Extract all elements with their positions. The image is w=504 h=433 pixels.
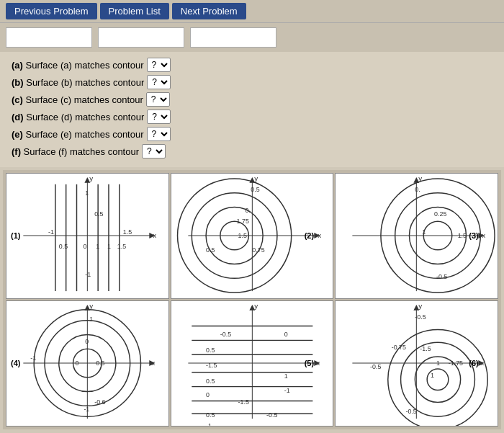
question-b-select[interactable]: ?123456	[147, 75, 171, 89]
svg-text:1.5: 1.5	[238, 232, 246, 239]
svg-text:y: y	[254, 174, 258, 182]
question-e-label: (e) Surface (e) matches contour	[12, 129, 144, 140]
svg-text:0.: 0.	[245, 207, 250, 214]
svg-text:0: 0	[284, 331, 287, 338]
question-a-select[interactable]: ?123456	[147, 58, 171, 72]
question-c-select[interactable]: ?123456	[146, 92, 170, 107]
svg-text:-1: -1	[206, 422, 212, 426]
svg-text:0: 0	[206, 391, 210, 398]
svg-text:0.5: 0.5	[59, 243, 68, 250]
svg-text:0.5: 0.5	[94, 210, 103, 218]
svg-text:1.75: 1.75	[236, 218, 248, 225]
svg-text:x: x	[482, 231, 486, 239]
svg-text:0.25: 0.25	[434, 210, 446, 218]
svg-text:1: 1	[89, 316, 93, 323]
svg-text:x: x	[151, 359, 155, 367]
svg-text:1: 1	[284, 372, 287, 380]
svg-text:y: y	[419, 302, 423, 310]
svg-text:-1: -1	[284, 387, 289, 394]
svg-text:1: 1	[107, 243, 111, 250]
svg-text:1: 1	[96, 243, 99, 250]
problem-list-button[interactable]: Problem List	[100, 3, 169, 19]
graph-6: y x -0.5 -0.75 -1.5 1 -1.75 1 -0.5 -0.5 …	[335, 300, 498, 427]
question-row-f: (f) Surface (f) matches contour ?123456	[12, 144, 492, 159]
svg-point-101	[401, 342, 475, 416]
svg-text:0.5: 0.5	[206, 378, 215, 385]
prev-problem-button[interactable]: Previous Problem	[6, 3, 97, 19]
graph-1-label: (1)	[11, 231, 20, 240]
svg-text:0.5: 0.5	[251, 186, 259, 193]
svg-text:-1: -1	[30, 354, 36, 362]
svg-text:-1: -1	[84, 406, 89, 413]
svg-text:-0.5: -0.5	[406, 408, 417, 415]
svg-text:x: x	[481, 359, 485, 367]
svg-text:x: x	[318, 231, 321, 239]
svg-text:x: x	[316, 359, 320, 367]
question-row-a: (a) Surface (a) matches contour ?123456	[12, 58, 492, 72]
question-a-label: (a) Surface (a) matches contour	[12, 60, 144, 71]
svg-text:-1.75: -1.75	[449, 360, 463, 367]
graph-4: y x 1 0 0 0.5 -1 -1 -0.6 (4)	[6, 300, 169, 427]
svg-text:1.5: 1.5	[123, 228, 132, 236]
svg-text:0.5: 0.5	[206, 246, 215, 254]
nav-bar: Previous Problem Problem List Next Probl…	[0, 0, 504, 23]
svg-text:y: y	[89, 174, 93, 182]
graph-5: y x -0.5 0 0.5 -1.5 0.5 0 -1.5 -1 1 -0.5…	[171, 300, 334, 427]
question-c-label: (c) Surface (c) matches contour	[12, 94, 143, 105]
svg-text:y: y	[254, 302, 258, 310]
svg-text:1: 1	[85, 189, 89, 197]
svg-text:y: y	[89, 302, 93, 310]
svg-text:-0.75: -0.75	[392, 344, 406, 351]
svg-text:0: 0	[76, 360, 79, 367]
svg-text:-1: -1	[85, 271, 91, 278]
svg-text:-1: -1	[48, 228, 54, 236]
graphs-container: y x 1 -1 1.5 -1 0.5 0 0.5 1 1 1.5 (1) y	[3, 170, 501, 429]
svg-text:1: 1	[431, 372, 434, 379]
graph-2: y x 0.5 0. 1.75 1.5 0.5 0.75 (2)	[171, 173, 334, 299]
svg-text:0.5: 0.5	[206, 411, 215, 419]
question-row-d: (d) Surface (d) matches contour ?123456	[12, 110, 492, 124]
svg-text:-1.5: -1.5	[206, 362, 217, 369]
svg-text:1: 1	[423, 228, 426, 236]
input-box-2[interactable]	[98, 27, 184, 48]
question-f-select[interactable]: ?123456	[142, 144, 166, 159]
svg-text:-1.5: -1.5	[238, 398, 248, 406]
svg-text:1.5: 1.5	[117, 243, 126, 250]
question-f-label: (f) Surface (f) matches contour	[12, 146, 139, 157]
svg-text:x: x	[153, 231, 156, 239]
graph-5-label: (5)	[305, 359, 314, 367]
top-inputs	[0, 23, 504, 52]
svg-text:0: 0	[85, 338, 89, 345]
question-e-select[interactable]: ?123456	[147, 127, 171, 141]
question-d-label: (d) Surface (d) matches contour	[12, 112, 144, 122]
svg-text:-0.5: -0.5	[266, 411, 277, 419]
question-b-label: (b) Surface (b) matches contour	[12, 77, 144, 88]
svg-text:-0.5: -0.5	[220, 331, 231, 338]
svg-text:0.5: 0.5	[206, 347, 215, 354]
input-box-3[interactable]	[190, 27, 276, 48]
svg-text:-0.5: -0.5	[436, 273, 447, 280]
svg-text:0.5: 0.5	[96, 360, 104, 367]
svg-text:-0.5: -0.5	[370, 363, 381, 370]
svg-text:-0.6: -0.6	[94, 398, 105, 406]
questions-area: (a) Surface (a) matches contour ?123456 …	[0, 52, 504, 167]
question-row-e: (e) Surface (e) matches contour ?123456	[12, 127, 492, 141]
svg-text:y: y	[419, 174, 423, 182]
graph-3: y x 0. 0.25 1 -0.5 1.5 (3)	[335, 173, 498, 299]
question-row-c: (c) Surface (c) matches contour ?123456	[12, 92, 492, 107]
graph-1: y x 1 -1 1.5 -1 0.5 0 0.5 1 1 1.5 (1)	[6, 173, 169, 299]
input-box-1[interactable]	[6, 27, 92, 48]
graph-6-label: (6)	[469, 359, 478, 367]
question-row-b: (b) Surface (b) matches contour ?123456	[12, 75, 492, 89]
next-problem-button[interactable]: Next Problem	[172, 3, 246, 19]
graph-4-label: (4)	[11, 359, 20, 367]
graph-3-label: (3)	[469, 231, 478, 240]
svg-text:1.5: 1.5	[458, 232, 467, 239]
question-d-select[interactable]: ?123456	[147, 110, 171, 124]
svg-text:0.: 0.	[415, 186, 420, 193]
svg-text:0: 0	[83, 243, 86, 250]
graph-2-label: (2)	[305, 231, 314, 240]
svg-text:-0.5: -0.5	[415, 313, 426, 321]
svg-text:0.75: 0.75	[252, 246, 264, 254]
svg-text:1: 1	[436, 360, 440, 367]
